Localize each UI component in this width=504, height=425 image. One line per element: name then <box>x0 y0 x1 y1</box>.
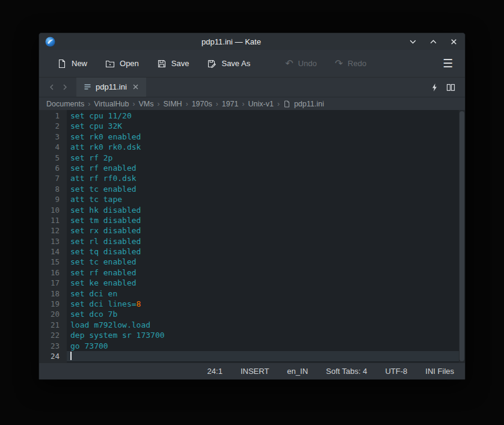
editor-line[interactable]: 21load m792low.load <box>39 320 459 330</box>
hamburger-menu-button[interactable]: ☰ <box>439 55 456 72</box>
chevron-up-icon <box>429 38 437 46</box>
line-code: set rf 2p <box>67 153 459 163</box>
line-code: load m792low.load <box>67 320 459 330</box>
editor-line[interactable]: 12set rx disabled <box>39 225 459 236</box>
editor-line[interactable]: 8set tc enabled <box>39 184 459 194</box>
line-number: 9 <box>39 194 67 204</box>
line-number: 14 <box>39 246 67 257</box>
line-code: set tc enabled <box>67 184 459 194</box>
line-code: set rl disabled <box>67 236 459 246</box>
tab-label: pdp11.ini <box>96 82 127 91</box>
editor-line[interactable]: 5set rf 2p <box>39 153 459 163</box>
editor-line[interactable]: 4att rk0 rk0.dsk <box>39 142 459 152</box>
new-button[interactable]: New <box>51 55 93 72</box>
line-code: set ke enabled <box>67 278 459 288</box>
editor-line[interactable]: 17set ke enabled <box>39 278 459 288</box>
line-number: 16 <box>39 268 67 278</box>
status-tab-mode[interactable]: Soft Tabs: 4 <box>326 367 367 376</box>
editor-line[interactable]: 7att rf rf0.dsk <box>39 173 459 183</box>
desktop: { "window": { "title": "pdp11.ini — Kate… <box>0 0 504 425</box>
new-button-label: New <box>72 59 87 68</box>
line-number: 10 <box>39 205 67 215</box>
redo-button[interactable]: ↷ Redo <box>329 55 372 72</box>
tab-close-button[interactable] <box>131 82 140 91</box>
editor-line[interactable]: 3set rk0 enabled <box>39 132 459 142</box>
line-number: 20 <box>39 309 67 319</box>
editor-line[interactable]: 14set tq disabled <box>39 246 459 257</box>
scrollbar-handle[interactable] <box>459 111 464 361</box>
titlebar[interactable]: pdp11.ini — Kate <box>39 33 465 50</box>
breadcrumb-separator-icon: › <box>183 100 191 108</box>
main-toolbar: New Open Save Save As ↶ Undo ↷ Redo ☰ <box>39 50 465 78</box>
status-insert-mode[interactable]: INSERT <box>241 367 269 376</box>
breadcrumb-separator-icon: › <box>214 100 221 108</box>
open-folder-icon <box>105 59 115 69</box>
breadcrumb-item-1970s[interactable]: 1970s <box>191 100 214 108</box>
breadcrumb-item-simh[interactable]: SIMH <box>162 100 183 108</box>
line-code: set cpu 11/20 <box>67 111 459 121</box>
breadcrumb-item-unix-v1[interactable]: Unix-v1 <box>247 100 275 108</box>
document-text-icon <box>84 83 91 91</box>
editor-line[interactable]: 18set dci en <box>39 289 459 299</box>
save-as-button[interactable]: Save As <box>201 55 256 72</box>
line-number: 17 <box>39 278 67 288</box>
vertical-scrollbar[interactable] <box>459 110 465 362</box>
line-code: go 73700 <box>67 341 459 351</box>
breadcrumb-item-pdp11-ini[interactable]: pdp11.ini <box>293 100 325 108</box>
breadcrumb-separator-icon: › <box>130 100 137 108</box>
line-code: set dco 7b <box>67 309 459 319</box>
status-file-type[interactable]: INI Files <box>425 367 454 376</box>
quick-open-button[interactable] <box>426 81 443 94</box>
editor-line[interactable]: 11set tm disabled <box>39 215 459 225</box>
chevron-right-icon <box>61 84 69 91</box>
editor-line[interactable]: 22dep system sr 173700 <box>39 330 459 340</box>
breadcrumb-item-1971[interactable]: 1971 <box>221 100 240 108</box>
split-view-icon <box>446 83 455 92</box>
line-code: att rf rf0.dsk <box>67 173 459 183</box>
breadcrumb-item-vms[interactable]: VMs <box>137 100 155 108</box>
editor-line[interactable]: 20set dco 7b <box>39 309 459 319</box>
close-button[interactable] <box>448 36 459 47</box>
line-code: set rx disabled <box>67 225 459 236</box>
open-button[interactable]: Open <box>99 55 145 72</box>
breadcrumb: Documents › VirtualHub › VMs › SIMH › 19… <box>39 97 465 110</box>
editor-line[interactable]: 9att tc tape <box>39 194 459 204</box>
maximize-button[interactable] <box>428 36 438 47</box>
breadcrumb-item-virtualhub[interactable]: VirtualHub <box>93 100 130 108</box>
redo-icon: ↷ <box>335 59 343 69</box>
line-code: set dci lines=8 <box>67 299 459 309</box>
editor-line[interactable]: 24 <box>39 351 459 361</box>
save-as-button-label: Save As <box>221 59 250 68</box>
breadcrumb-separator-icon: › <box>275 100 282 108</box>
save-button[interactable]: Save <box>151 55 195 72</box>
text-editor[interactable]: 1set cpu 11/202set cpu 32K3set rk0 enabl… <box>39 110 465 362</box>
editor-lines: 1set cpu 11/202set cpu 32K3set rk0 enabl… <box>39 111 459 361</box>
status-cursor-position[interactable]: 24:1 <box>207 367 223 376</box>
status-dictionary[interactable]: en_IN <box>287 367 308 376</box>
undo-button[interactable]: ↶ Undo <box>279 55 322 72</box>
tab-pdp11-ini[interactable]: pdp11.ini <box>76 78 146 97</box>
editor-line[interactable]: 2set cpu 32K <box>39 121 459 131</box>
kate-app-icon <box>45 37 55 47</box>
editor-line[interactable]: 23go 73700 <box>39 341 459 351</box>
editor-line[interactable]: 16set rf enabled <box>39 268 459 278</box>
breadcrumb-separator-icon: › <box>155 100 162 108</box>
minimize-button[interactable] <box>407 36 418 47</box>
status-encoding[interactable]: UTF-8 <box>385 367 407 376</box>
editor-line[interactable]: 1set cpu 11/20 <box>39 111 459 121</box>
breadcrumb-item-documents[interactable]: Documents <box>45 100 85 108</box>
editor-line[interactable]: 13set rl disabled <box>39 236 459 246</box>
editor-line[interactable]: 19set dci lines=8 <box>39 299 459 309</box>
history-back-button[interactable] <box>45 80 58 94</box>
editor-line[interactable]: 10set hk disabled <box>39 205 459 215</box>
save-icon <box>157 59 167 69</box>
line-code: set tm disabled <box>67 215 459 225</box>
editor-line[interactable]: 15set tc enabled <box>39 257 459 267</box>
window-title: pdp11.ini — Kate <box>55 37 407 46</box>
lightning-icon <box>430 83 439 92</box>
open-button-label: Open <box>120 59 139 68</box>
split-view-button[interactable] <box>443 81 459 94</box>
line-code: att rk0 rk0.dsk <box>67 142 459 152</box>
history-forward-button[interactable] <box>58 80 72 94</box>
editor-line[interactable]: 6set rf enabled <box>39 163 459 173</box>
